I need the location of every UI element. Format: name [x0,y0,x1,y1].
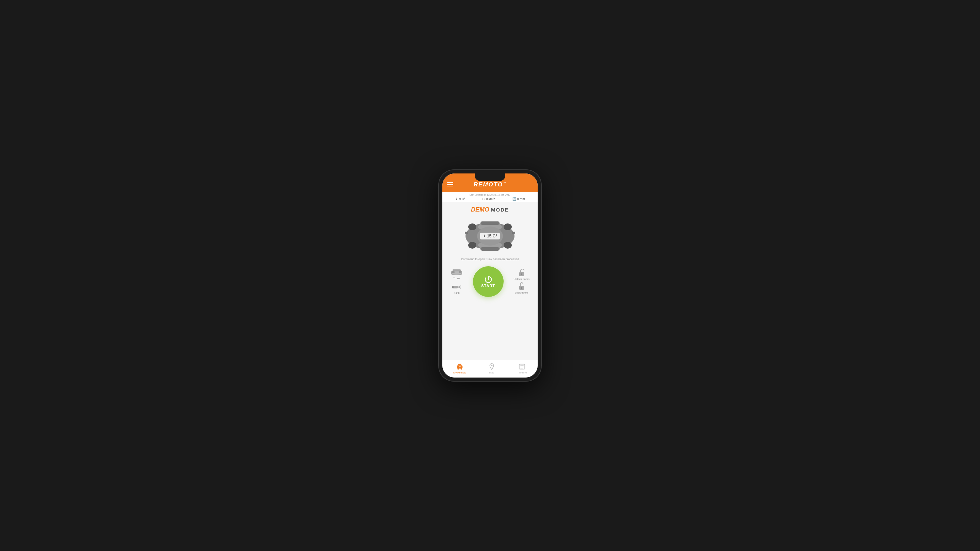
unlock-doors-button[interactable]: Unlock doors [514,269,530,281]
nav-timeline-label: Timeline [517,371,527,374]
svg-point-7 [504,224,512,230]
phone-notch [475,173,505,181]
svg-point-9 [504,242,512,249]
command-status-text: Command to open trunk has been processed [461,257,519,261]
svg-point-15 [452,271,455,273]
svg-point-29 [457,368,459,370]
svg-point-32 [491,365,493,367]
main-content: DEMO MODE [442,202,538,360]
svg-rect-10 [465,232,468,233]
svg-rect-25 [521,273,522,275]
nav-timeline[interactable]: Timeline [517,363,527,374]
mode-label: MODE [491,207,509,213]
trunk-icon [450,269,463,276]
trunk-button[interactable]: Trunk [450,269,463,280]
phone-frame: REMOTO™ Last updated at 13:08:32, 18 Jan… [439,170,541,381]
temperature-metric: 🌡 9 C° [455,197,465,201]
nav-map-label: Map [489,371,495,374]
demo-label: DEMO [471,206,489,213]
svg-rect-18 [452,286,453,288]
rpm-metric: 🔄 0 rpm [512,197,525,201]
svg-rect-27 [521,287,522,289]
map-nav-icon [488,363,495,370]
svg-rect-31 [459,366,461,367]
lock-label: Lock doors [515,291,528,295]
svg-rect-14 [453,269,461,272]
lock-icon [518,282,525,291]
svg-point-16 [459,271,461,273]
rpm-icon: 🔄 [512,197,516,201]
blink-label: Blink [453,292,460,295]
speed-metric: ⊙ 0 km/h [482,197,495,201]
controls-area: Trunk Blink [448,266,532,297]
unlock-icon [518,269,525,277]
svg-rect-4 [480,221,500,225]
start-button[interactable]: START [473,266,504,297]
thermometer-icon: 🌡 [455,197,458,201]
trunk-label: Trunk [453,277,460,280]
app-title: REMOTO™ [474,181,506,188]
hamburger-menu-button[interactable] [447,182,453,186]
unlock-label: Unlock doors [514,278,530,281]
phone-screen: REMOTO™ Last updated at 13:08:32, 18 Jan… [442,173,538,378]
car-illustration: 🌡 15 C° [456,218,524,255]
blink-icon [452,283,462,291]
bottom-nav: My Remoto Map Timeline [442,360,538,378]
left-controls: Trunk Blink [450,269,463,295]
status-bar: Last updated at 13:08:32, 18 Jan 2017 🌡 … [442,192,538,202]
svg-rect-11 [512,232,515,233]
nav-my-remoto[interactable]: My Remoto [453,363,466,374]
blink-button[interactable]: Blink [452,283,462,295]
lock-doors-button[interactable]: Lock doors [515,282,528,295]
speedometer-icon: ⊙ [482,197,485,201]
timeline-nav-icon [518,363,526,370]
car-interior-temp: 🌡 15 C° [480,233,500,240]
svg-point-30 [460,368,462,370]
car-nav-icon [456,363,463,370]
svg-point-8 [468,242,476,249]
right-controls: Unlock doors Lock doors [514,269,530,294]
svg-rect-5 [480,247,500,251]
power-icon [484,275,492,284]
svg-point-6 [468,224,476,230]
nav-my-remoto-label: My Remoto [453,371,466,374]
last-updated-text: Last updated at 13:08:32, 18 Jan 2017 [447,194,533,196]
start-label: START [481,284,495,288]
nav-map[interactable]: Map [488,363,495,374]
